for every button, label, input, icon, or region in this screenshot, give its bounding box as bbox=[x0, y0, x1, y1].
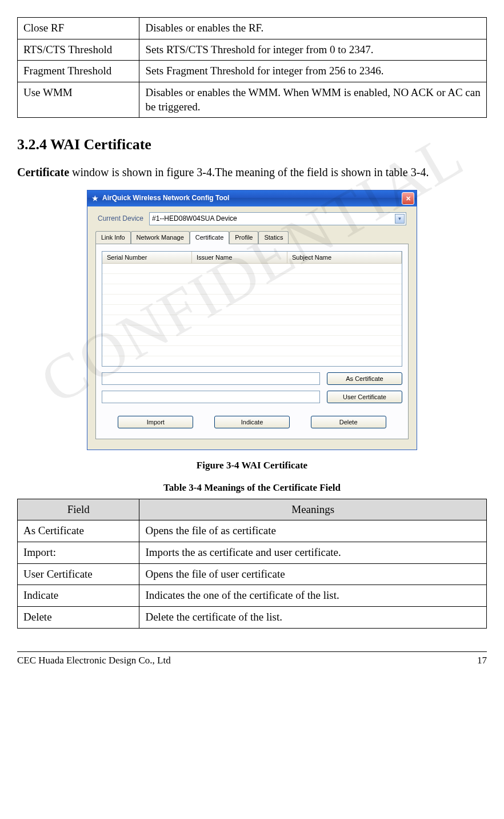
window-titlebar: ★ AirQuick Wireless Network Config Tool … bbox=[87, 190, 417, 206]
chevron-down-icon: ▼ bbox=[395, 214, 405, 224]
current-device-row: Current Device #1--HED08W04SUA Device ▼ bbox=[95, 212, 409, 225]
current-device-select[interactable]: #1--HED08W04SUA Device ▼ bbox=[149, 212, 406, 225]
user-certificate-button[interactable]: User Certificate bbox=[327, 391, 402, 403]
list-item bbox=[102, 274, 402, 284]
body-paragraph: Certificate window is shown in figure 3-… bbox=[17, 165, 487, 180]
list-item bbox=[102, 325, 402, 336]
window-body: Current Device #1--HED08W04SUA Device ▼ … bbox=[87, 206, 417, 450]
tab-strip: Link Info Network Manage Certificate Pro… bbox=[95, 231, 409, 244]
tab-panel-certificate: Serial Number Issuer Name Subject Name bbox=[95, 244, 409, 440]
field-cell: User Certificate bbox=[18, 563, 139, 585]
field-cell: Import: bbox=[18, 542, 139, 563]
table-row: Import: Imports the as certificate and u… bbox=[18, 542, 487, 563]
table-row: Fragment Threshold Sets Fragment Thresho… bbox=[18, 61, 487, 82]
tab-profile[interactable]: Profile bbox=[229, 231, 258, 243]
table-3-4: Field Meanings As Certificate Opens the … bbox=[17, 499, 487, 629]
current-device-value: #1--HED08W04SUA Device bbox=[152, 214, 237, 224]
field-cell: Use WMM bbox=[18, 82, 139, 118]
meaning-cell: Disables or enables the RF. bbox=[139, 18, 487, 39]
list-item bbox=[102, 305, 402, 315]
as-cert-input[interactable] bbox=[102, 372, 320, 385]
list-item bbox=[102, 264, 402, 274]
table-row: Close RF Disables or enables the RF. bbox=[18, 18, 487, 39]
col-subject-name[interactable]: Subject Name bbox=[287, 252, 402, 263]
indicate-button[interactable]: Indicate bbox=[214, 416, 290, 428]
delete-button[interactable]: Delete bbox=[311, 416, 386, 428]
field-cell: RTS/CTS Threshold bbox=[18, 39, 139, 61]
table-header-row: Field Meanings bbox=[18, 499, 487, 520]
meaning-cell: Sets Fragment Threshold for integer from… bbox=[139, 61, 487, 82]
meaning-cell: Opens the file of as certificate bbox=[139, 520, 487, 542]
body-rest: window is shown in figure 3-4.The meanin… bbox=[69, 166, 429, 178]
list-item bbox=[102, 295, 402, 305]
meaning-cell: Disables or enables the WMM. When WMM is… bbox=[139, 82, 487, 118]
close-icon[interactable]: ✕ bbox=[402, 192, 414, 205]
certificate-listview[interactable]: Serial Number Issuer Name Subject Name bbox=[102, 251, 402, 367]
field-cell: Close RF bbox=[18, 18, 139, 39]
list-header-row: Serial Number Issuer Name Subject Name bbox=[102, 252, 402, 264]
field-cell: Delete bbox=[18, 607, 139, 629]
body-bold: Certificate bbox=[17, 166, 69, 178]
list-item bbox=[102, 284, 402, 295]
list-rows bbox=[102, 264, 402, 356]
meaning-cell: Indicates the one of the certificate of … bbox=[139, 585, 487, 607]
meaning-cell: Sets RTS/CTS Threshold for integer from … bbox=[139, 39, 487, 61]
window-title: AirQuick Wireless Network Config Tool bbox=[102, 194, 398, 203]
page-footer: CEC Huada Electronic Design Co., Ltd 17 bbox=[17, 651, 487, 667]
header-field: Field bbox=[18, 499, 139, 520]
screenshot-figure: ★ AirQuick Wireless Network Config Tool … bbox=[17, 190, 487, 450]
tab-certificate[interactable]: Certificate bbox=[190, 231, 230, 244]
header-meaning: Meanings bbox=[139, 499, 487, 520]
field-cell: Indicate bbox=[18, 585, 139, 607]
table-row: User Certificate Opens the file of user … bbox=[18, 563, 487, 585]
col-issuer-name[interactable]: Issuer Name bbox=[192, 252, 287, 263]
as-cert-row: As Certificate bbox=[102, 372, 402, 385]
list-item bbox=[102, 336, 402, 346]
table-caption: Table 3-4 Meanings of the Certificate Fi… bbox=[17, 482, 487, 494]
figure-caption: Figure 3-4 WAI Certificate bbox=[17, 459, 487, 472]
user-cert-input[interactable] bbox=[102, 391, 320, 403]
meaning-cell: Delete the certificate of the list. bbox=[139, 607, 487, 629]
table-row: Indicate Indicates the one of the certif… bbox=[18, 585, 487, 607]
tab-network-manage[interactable]: Network Manage bbox=[131, 231, 190, 243]
section-heading: 3.2.4 WAI Certificate bbox=[17, 135, 487, 154]
table-row: Use WMM Disables or enables the WMM. Whe… bbox=[18, 82, 487, 118]
list-item bbox=[102, 315, 402, 325]
app-icon: ★ bbox=[91, 194, 99, 202]
list-item bbox=[102, 346, 402, 356]
table-row: Delete Delete the certificate of the lis… bbox=[18, 607, 487, 629]
meaning-cell: Imports the as certificate and user cert… bbox=[139, 542, 487, 563]
footer-right: 17 bbox=[477, 654, 487, 667]
table-row: As Certificate Opens the file of as cert… bbox=[18, 520, 487, 542]
action-button-row: Import Indicate Delete bbox=[102, 416, 402, 428]
col-serial-number[interactable]: Serial Number bbox=[102, 252, 192, 263]
table-row: RTS/CTS Threshold Sets RTS/CTS Threshold… bbox=[18, 39, 487, 61]
meaning-cell: Opens the file of user certificate bbox=[139, 563, 487, 585]
footer-left: CEC Huada Electronic Design Co., Ltd bbox=[17, 654, 171, 667]
import-button[interactable]: Import bbox=[118, 416, 193, 428]
field-cell: As Certificate bbox=[18, 520, 139, 542]
top-definitions-table: Close RF Disables or enables the RF. RTS… bbox=[17, 17, 487, 118]
user-cert-row: User Certificate bbox=[102, 391, 402, 403]
as-certificate-button[interactable]: As Certificate bbox=[327, 372, 402, 385]
tab-statics[interactable]: Statics bbox=[258, 231, 289, 243]
field-cell: Fragment Threshold bbox=[18, 61, 139, 82]
current-device-label: Current Device bbox=[98, 214, 143, 224]
xp-window: ★ AirQuick Wireless Network Config Tool … bbox=[87, 190, 417, 450]
tab-link-info[interactable]: Link Info bbox=[95, 231, 131, 243]
